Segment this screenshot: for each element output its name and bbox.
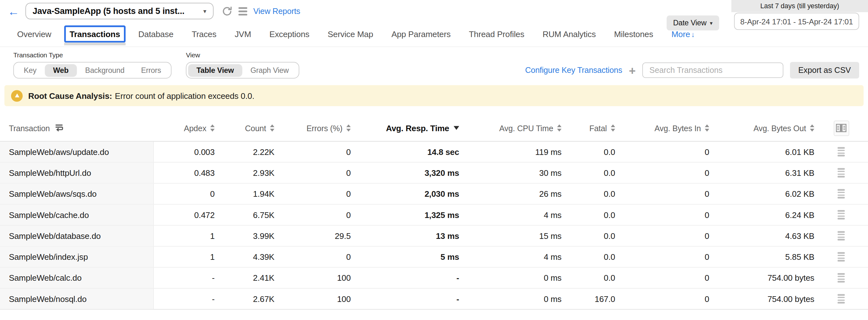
avg-resp-time-cell: 14.8 sec xyxy=(351,141,459,162)
warning-icon xyxy=(11,90,23,102)
col-avg-cpu-time[interactable]: Avg. CPU Time xyxy=(459,124,561,132)
avg-bytes-in-cell: 0 xyxy=(615,141,710,162)
column-picker-icon[interactable] xyxy=(833,120,849,136)
tab-more[interactable]: More↓ xyxy=(666,25,700,42)
row-menu-icon[interactable] xyxy=(838,147,845,157)
transaction-cell[interactable]: SampleWeb/aws/update.do xyxy=(0,141,154,162)
tab-jvm[interactable]: JVM xyxy=(229,25,257,42)
row-menu-icon[interactable] xyxy=(838,294,845,303)
row-actions-cell xyxy=(814,289,868,309)
transaction-cell[interactable]: SampleWeb/calc.do xyxy=(0,268,154,288)
row-menu-icon[interactable] xyxy=(838,168,845,178)
col-apdex[interactable]: Apdex xyxy=(154,124,215,132)
row-menu-icon[interactable] xyxy=(838,273,845,283)
menu-icon[interactable] xyxy=(239,7,247,15)
errors-pct-cell: 0 xyxy=(275,184,351,204)
avg-bytes-out-cell: 5.85 KB xyxy=(709,247,814,267)
col-fatal[interactable]: Fatal xyxy=(561,124,615,132)
errors-pct-cell: 100 xyxy=(275,268,351,288)
application-selector-dropdown[interactable]: Java-SampleApp (5 hosts and 5 inst... ▾ xyxy=(25,3,213,19)
table-row: SampleWeb/aws/sqs.do 0 1.94K 0 2,030 ms … xyxy=(0,184,868,204)
avg-bytes-out-cell: 754.00 bytes xyxy=(709,268,814,288)
sort-icon[interactable] xyxy=(210,125,215,131)
transaction-cell[interactable]: SampleWeb/httpUrl.do xyxy=(0,163,154,183)
option-key[interactable]: Key xyxy=(16,64,45,77)
tab-service-map[interactable]: Service Map xyxy=(322,25,378,42)
apdex-cell: 0.483 xyxy=(154,163,215,183)
option-table-view[interactable]: Table View xyxy=(188,64,242,77)
apdex-cell: - xyxy=(154,268,215,288)
fatal-cell: 0.0 xyxy=(561,226,615,246)
sort-desc-icon[interactable] xyxy=(454,126,459,130)
sort-icon[interactable] xyxy=(346,125,351,131)
chevron-down-icon: ▾ xyxy=(203,8,206,15)
col-transaction[interactable]: Transaction xyxy=(0,124,154,132)
col-count[interactable]: Count xyxy=(215,124,274,132)
row-menu-icon[interactable] xyxy=(838,210,845,220)
avg-cpu-time-cell: 4 ms xyxy=(459,205,561,225)
col-avg-resp-time[interactable]: Avg. Resp. Time xyxy=(351,123,459,133)
avg-cpu-time-cell: 30 ms xyxy=(459,163,561,183)
row-menu-icon[interactable] xyxy=(838,231,845,241)
avg-cpu-time-cell: 4 ms xyxy=(459,247,561,267)
search-transactions-input[interactable] xyxy=(642,62,783,78)
row-actions-cell xyxy=(814,184,868,204)
sort-icon[interactable] xyxy=(810,125,814,131)
transaction-type-segmented-control: Key Web Background Errors xyxy=(13,62,172,78)
tab-milestones[interactable]: Milestones xyxy=(608,25,658,42)
avg-resp-time-cell: - xyxy=(351,289,459,309)
fatal-cell: 167.0 xyxy=(561,289,615,309)
col-avg-bytes-out[interactable]: Avg. Bytes Out xyxy=(709,124,814,132)
errors-pct-cell: 0 xyxy=(275,247,351,267)
back-icon[interactable]: ← xyxy=(8,5,19,17)
date-range-picker[interactable]: 8-Apr-24 17:01 - 15-Apr-24 17:01 xyxy=(734,13,859,30)
tab-thread-profiles[interactable]: Thread Profiles xyxy=(463,25,530,42)
configure-key-transactions-link[interactable]: Configure Key Transactions xyxy=(525,66,622,75)
option-graph-view[interactable]: Graph View xyxy=(242,64,297,77)
option-errors[interactable]: Errors xyxy=(133,64,169,77)
tab-rum-analytics[interactable]: RUM Analytics xyxy=(537,25,601,42)
avg-resp-time-cell: - xyxy=(351,268,459,288)
transaction-cell[interactable]: SampleWeb/database.do xyxy=(0,226,154,246)
fatal-cell: 0.0 xyxy=(561,141,615,162)
avg-bytes-out-cell: 6.24 KB xyxy=(709,205,814,225)
avg-cpu-time-cell: 119 ms xyxy=(459,141,561,162)
col-avg-bytes-in[interactable]: Avg. Bytes In xyxy=(615,124,710,132)
transaction-cell[interactable]: SampleWeb/index.jsp xyxy=(0,247,154,267)
transaction-cell[interactable]: SampleWeb/nosql.do xyxy=(0,289,154,309)
sort-icon[interactable] xyxy=(611,125,615,131)
avg-cpu-time-cell: 26 ms xyxy=(459,184,561,204)
apdex-cell: 1 xyxy=(154,247,215,267)
errors-pct-cell: 29.5 xyxy=(275,226,351,246)
transactions-table: Transaction Apdex Count Errors (%) Avg. … xyxy=(0,115,868,310)
col-errors-pct[interactable]: Errors (%) xyxy=(275,124,351,132)
transaction-filter-icon[interactable] xyxy=(55,124,64,132)
apdex-cell: 0.472 xyxy=(154,205,215,225)
export-csv-button[interactable]: Export as CSV xyxy=(790,62,859,78)
col-settings xyxy=(814,120,868,136)
count-cell: 1.94K xyxy=(215,184,274,204)
option-web[interactable]: Web xyxy=(45,64,77,77)
option-background[interactable]: Background xyxy=(77,64,132,77)
row-menu-icon[interactable] xyxy=(838,189,845,199)
count-cell: 2.67K xyxy=(215,289,274,309)
table-row: SampleWeb/cache.do 0.472 6.75K 0 1,325 m… xyxy=(0,205,868,226)
view-reports-link[interactable]: View Reports xyxy=(253,7,300,15)
sort-icon[interactable] xyxy=(270,125,275,131)
refresh-icon[interactable] xyxy=(222,6,232,16)
sort-icon[interactable] xyxy=(705,125,709,131)
avg-bytes-in-cell: 0 xyxy=(615,205,710,225)
tab-traces[interactable]: Traces xyxy=(186,25,222,42)
row-menu-icon[interactable] xyxy=(838,252,845,262)
plus-icon[interactable]: + xyxy=(629,64,636,76)
sort-icon[interactable] xyxy=(557,125,561,131)
tab-exceptions[interactable]: Exceptions xyxy=(264,25,315,42)
tab-overview[interactable]: Overview xyxy=(12,25,57,42)
tab-database[interactable]: Database xyxy=(133,25,179,42)
transaction-cell[interactable]: SampleWeb/cache.do xyxy=(0,205,154,225)
table-actions: Configure Key Transactions + Export as C… xyxy=(525,62,859,78)
transaction-cell[interactable]: SampleWeb/aws/sqs.do xyxy=(0,184,154,204)
banner-text: Root Cause Analysis:Error count of appli… xyxy=(28,91,254,100)
tab-app-parameters[interactable]: App Parameters xyxy=(386,25,456,42)
tab-transactions[interactable]: Transactions xyxy=(64,25,126,42)
